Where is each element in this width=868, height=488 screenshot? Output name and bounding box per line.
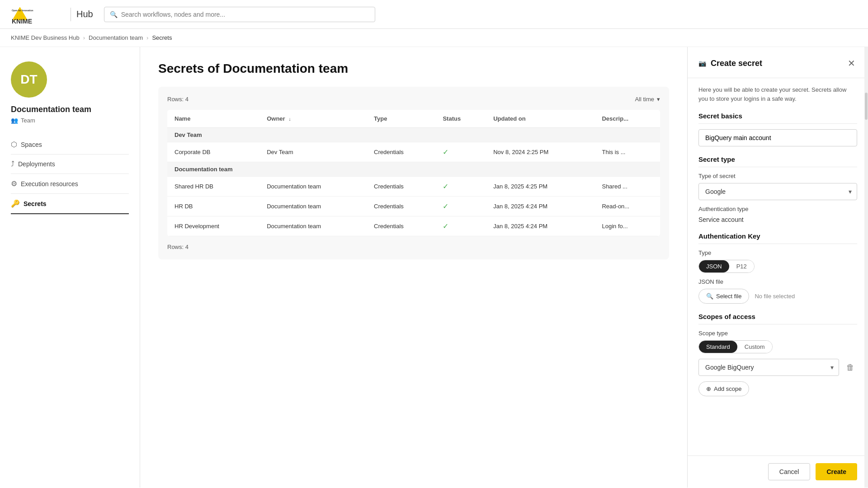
json-file-label: JSON file: [698, 278, 857, 285]
header: Open for Innovation KNIME Hub 🔍: [0, 0, 868, 29]
cell-type: Credentials: [367, 142, 435, 162]
cell-desc: Shared ...: [594, 177, 660, 197]
auth-key-section-title: Authentication Key: [698, 232, 857, 244]
secrets-icon: 🔑: [11, 199, 20, 208]
select-file-icon: 🔍: [706, 293, 713, 300]
secret-name-input[interactable]: [698, 129, 857, 146]
logo-divider: [71, 8, 71, 21]
secrets-table: Name Owner ↓ Type Status Updated on Desc…: [167, 110, 660, 236]
auth-type-value: Service account: [698, 216, 857, 223]
toggle-standard-button[interactable]: Standard: [699, 341, 737, 353]
hub-label: Hub: [76, 9, 93, 19]
table-group-row: Documentation team: [167, 162, 660, 177]
table-group-row: Dev Team: [167, 128, 660, 142]
breadcrumb: KNIME Dev Business Hub › Documentation t…: [0, 29, 868, 47]
col-name: Name: [167, 110, 259, 128]
create-button[interactable]: Create: [816, 463, 857, 480]
breadcrumb-item-hub[interactable]: KNIME Dev Business Hub: [11, 34, 80, 41]
svg-text:Open for Innovation: Open for Innovation: [12, 9, 33, 12]
add-scope-icon: ⊕: [706, 385, 711, 392]
search-icon: 🔍: [110, 11, 118, 18]
sidebar-item-secrets[interactable]: 🔑 Secrets: [11, 194, 129, 214]
secrets-table-container: Rows: 4 All time ▾ Name Owner ↓ Type Sta…: [158, 87, 669, 259]
cell-updated: Jan 8, 2025 4:24 PM: [486, 197, 594, 216]
sidebar-label-deployments: Deployments: [18, 160, 55, 168]
scroll-track: [864, 47, 868, 488]
scroll-thumb: [865, 93, 868, 120]
rows-count-bottom: Rows: 4: [167, 244, 660, 250]
cell-desc: This is ...: [594, 142, 660, 162]
cell-owner: Documentation team: [259, 197, 367, 216]
cell-updated: Jan 8, 2025 4:24 PM: [486, 216, 594, 236]
sidebar-nav: ⬡ Spaces ⤴ Deployments ⚙ Execution resou…: [11, 135, 129, 214]
svg-text:KNIME: KNIME: [12, 18, 32, 23]
select-file-button[interactable]: 🔍 Select file: [698, 289, 749, 304]
toggle-p12-button[interactable]: P12: [729, 260, 754, 272]
team-type-icon: 👥: [11, 117, 18, 124]
cell-owner: Dev Team: [259, 142, 367, 162]
type-of-secret-wrapper: Google AWS Azure Other ▾: [698, 183, 857, 200]
sidebar-item-spaces[interactable]: ⬡ Spaces: [11, 135, 129, 155]
cancel-button[interactable]: Cancel: [768, 463, 811, 480]
table-row[interactable]: Corporate DB Dev Team Credentials ✓ Nov …: [167, 142, 660, 162]
filter-label: All time: [635, 96, 654, 103]
filter-dropdown[interactable]: All time ▾: [635, 96, 660, 103]
toggle-custom-button[interactable]: Custom: [737, 341, 772, 353]
auth-key-section: Authentication Key Type JSON P12 JSON fi…: [698, 232, 857, 304]
panel-title: Create secret: [711, 59, 762, 68]
sidebar-label-spaces: Spaces: [21, 141, 42, 148]
team-avatar: DT: [11, 61, 47, 98]
cell-updated: Nov 8, 2024 2:25 PM: [486, 142, 594, 162]
search-bar[interactable]: 🔍: [104, 7, 375, 22]
breadcrumb-sep-2: ›: [146, 34, 148, 41]
team-type: 👥 Team: [11, 117, 129, 124]
cell-desc: Login fo...: [594, 216, 660, 236]
sidebar-item-deployments[interactable]: ⤴ Deployments: [11, 155, 129, 174]
panel-title-icon: 📷: [698, 60, 706, 67]
rows-count-top: Rows: 4: [167, 96, 189, 103]
table-row[interactable]: HR DB Documentation team Credentials ✓ J…: [167, 197, 660, 216]
scope-select[interactable]: Google BigQuery Google Drive Google Shee…: [698, 359, 839, 376]
panel-body: Here you will be able to create your sec…: [688, 78, 868, 455]
main-content: Secrets of Documentation team Rows: 4 Al…: [140, 47, 687, 488]
search-input[interactable]: [121, 11, 369, 18]
table-row[interactable]: HR Development Documentation team Creden…: [167, 216, 660, 236]
auth-type-label: Authentication type: [698, 206, 857, 212]
cell-status: ✓: [435, 197, 486, 216]
cell-desc: Read-on...: [594, 197, 660, 216]
col-updated: Updated on: [486, 110, 594, 128]
sidebar-item-execution-resources[interactable]: ⚙ Execution resources: [11, 174, 129, 194]
col-type: Type: [367, 110, 435, 128]
scopes-section-title: Scopes of access: [698, 313, 857, 324]
cell-type: Credentials: [367, 216, 435, 236]
scope-row: Google BigQuery Google Drive Google Shee…: [698, 359, 857, 376]
add-scope-button[interactable]: ⊕ Add scope: [698, 381, 749, 396]
close-panel-button[interactable]: ✕: [846, 56, 857, 70]
breadcrumb-item-team[interactable]: Documentation team: [89, 34, 143, 41]
create-secret-panel: 📷 Create secret ✕ Here you will be able …: [687, 47, 868, 488]
cell-status: ✓: [435, 177, 486, 197]
panel-header: 📷 Create secret ✕: [688, 47, 868, 78]
table-row[interactable]: Shared HR DB Documentation team Credenti…: [167, 177, 660, 197]
cell-status: ✓: [435, 216, 486, 236]
panel-description: Here you will be able to create your sec…: [698, 85, 857, 103]
toggle-json-button[interactable]: JSON: [699, 260, 729, 272]
page-title: Secrets of Documentation team: [158, 61, 669, 76]
type-of-secret-select[interactable]: Google AWS Azure Other: [698, 183, 857, 200]
cell-status: ✓: [435, 142, 486, 162]
spaces-icon: ⬡: [11, 140, 17, 149]
breadcrumb-sep-1: ›: [83, 34, 85, 41]
cell-name: Corporate DB: [167, 142, 259, 162]
breadcrumb-item-current: Secrets: [152, 34, 172, 41]
sidebar: DT Documentation team 👥 Team ⬡ Spaces ⤴ …: [0, 47, 140, 488]
logo-area: Open for Innovation KNIME Hub: [11, 5, 93, 23]
select-file-label: Select file: [716, 293, 741, 300]
secret-type-section-title: Secret type: [698, 155, 857, 167]
scope-type-toggle: Standard Custom: [698, 340, 773, 353]
delete-scope-button[interactable]: 🗑: [844, 360, 857, 375]
team-name: Documentation team: [11, 105, 129, 114]
cell-name: HR DB: [167, 197, 259, 216]
file-row: 🔍 Select file No file selected: [698, 289, 857, 304]
table-toolbar: Rows: 4 All time ▾: [167, 96, 660, 103]
knime-logo: Open for Innovation KNIME: [11, 5, 65, 23]
